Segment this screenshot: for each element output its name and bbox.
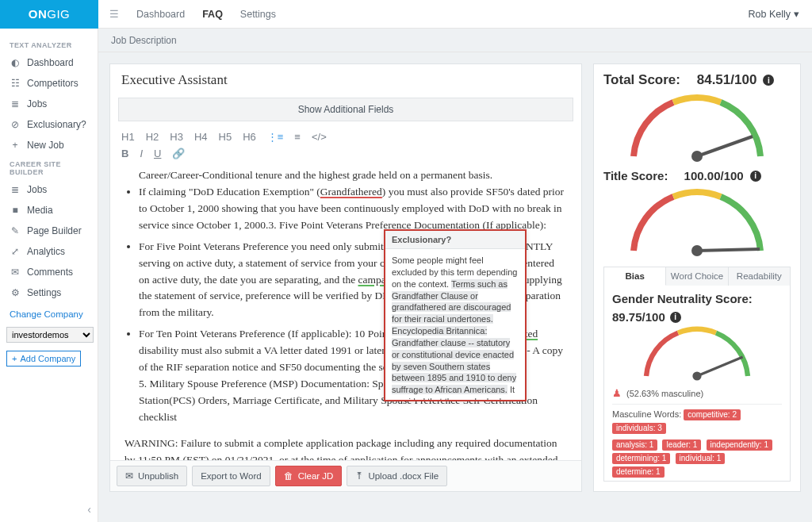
show-additional-fields-button[interactable]: Show Additional Fields — [118, 98, 573, 121]
upload-icon: ⤒ — [355, 470, 363, 482]
add-company-button[interactable]: +Add Company — [6, 351, 81, 367]
sidebar-collapse[interactable]: ‹ — [87, 503, 91, 516]
sidebar-item-exclusionary[interactable]: ⊘Exclusionary? — [0, 114, 98, 135]
sidebar-item-dashboard[interactable]: ◐Dashboard — [0, 52, 98, 73]
svg-point-3 — [691, 245, 703, 256]
people-icon: ☷ — [10, 78, 21, 89]
underline-icon[interactable]: U — [154, 148, 161, 159]
word-pill[interactable]: independently: 1 — [707, 439, 772, 451]
flagged-word-grandfathered[interactable]: Grandfathered — [320, 186, 382, 198]
heading-h3[interactable]: H3 — [170, 131, 183, 143]
brand-logo: ONGIG — [0, 0, 98, 29]
title-score-gauge — [618, 187, 776, 259]
bold-icon[interactable]: B — [121, 148, 128, 159]
sidebar-toggle[interactable]: ☰ — [98, 8, 130, 20]
info-icon[interactable]: i — [763, 75, 774, 86]
upload-docx-button[interactable]: ⤒Upload .docx File — [347, 466, 447, 486]
pencil-icon: ✎ — [10, 225, 21, 236]
dashboard-icon: ◐ — [10, 57, 21, 68]
word-pill[interactable]: determining: 1 — [612, 453, 670, 464]
plus-icon: + — [10, 140, 21, 151]
popover-body: Some people might feel excluded by this … — [385, 249, 525, 400]
exclusionary-popover: Exclusionary? Some people might feel exc… — [384, 229, 527, 401]
svg-line-4 — [697, 357, 743, 376]
svg-point-1 — [691, 151, 703, 162]
sidebar-item-page-builder[interactable]: ✎Page Builder — [0, 221, 98, 241]
sidebar-item-cs-jobs[interactable]: ≣Jobs — [0, 179, 98, 200]
clear-jd-button[interactable]: 🗑Clear JD — [275, 466, 343, 486]
info-icon[interactable]: i — [670, 312, 681, 323]
comments-icon: ✉ — [10, 267, 21, 278]
breadcrumb: Job Description — [98, 29, 812, 52]
heading-h2[interactable]: H2 — [146, 131, 159, 143]
job-title: Executive Assistant — [121, 72, 570, 88]
word-pill[interactable]: analysis: 1 — [612, 439, 657, 451]
italic-icon[interactable]: I — [140, 148, 143, 159]
gender-gauge — [634, 325, 760, 382]
svg-line-2 — [697, 249, 760, 251]
unpublish-button[interactable]: ✉Unpublish — [117, 466, 187, 486]
heading-h4[interactable]: H4 — [194, 131, 208, 143]
mail-icon: ✉ — [125, 470, 133, 482]
title-score-title: Title Score: 100.00/100 i — [603, 169, 791, 182]
chevron-down-icon: ▾ — [794, 8, 799, 20]
word-pill[interactable]: competitive: 2 — [684, 409, 741, 420]
sidebar-item-competitors[interactable]: ☷Competitors — [0, 73, 98, 94]
score-panel: Total Score: 84.51/100 i Title Score: 10… — [593, 63, 801, 492]
sidebar-section-text-analyzer: TEXT ANALYZER — [0, 36, 98, 52]
tab-readability[interactable]: Readability — [729, 267, 790, 286]
sidebar-item-media[interactable]: ■Media — [0, 200, 98, 221]
popover-title: Exclusionary? — [385, 231, 525, 249]
heading-h6[interactable]: H6 — [243, 131, 256, 143]
masculine-pct: ♟ (52.63% masculine) — [612, 387, 782, 399]
analytics-icon: ⤢ — [10, 246, 21, 257]
total-score-title: Total Score: 84.51/100 i — [603, 72, 791, 88]
word-pill[interactable]: individual: 1 — [676, 453, 726, 464]
list-icon: ≣ — [10, 184, 21, 195]
tab-dashboard[interactable]: Dashboard — [136, 9, 185, 20]
info-icon[interactable]: i — [750, 171, 761, 182]
bullet-list-icon[interactable]: ⋮≡ — [267, 131, 284, 143]
masculine-words-block: Masculine Words: competitive: 2 individu… — [612, 404, 782, 482]
score-tabs: Bias Word Choice Readability — [603, 267, 791, 286]
link-icon[interactable]: 🔗 — [172, 148, 185, 159]
heading-h5[interactable]: H5 — [219, 131, 232, 143]
sidebar-section-career-site: CAREER SITE BUILDER — [0, 155, 98, 179]
svg-point-5 — [692, 371, 701, 380]
editor-text: WARNING: Failure to submit a complete ap… — [124, 436, 567, 460]
tab-settings[interactable]: Settings — [240, 9, 276, 20]
sidebar-item-jobs[interactable]: ≣Jobs — [0, 94, 98, 114]
plus-icon: + — [12, 354, 17, 363]
user-menu[interactable]: Rob Kelly▾ — [736, 8, 813, 20]
editor-toolbar: H1 H2 H3 H4 H5 H6 ⋮≡ ≡ </> — [110, 128, 581, 148]
top-nav: Dashboard FAQ Settings — [136, 9, 276, 20]
svg-line-0 — [697, 136, 753, 156]
list-icon: ≣ — [10, 98, 21, 109]
sidebar-item-analytics[interactable]: ⤢Analytics — [0, 241, 98, 262]
word-pill[interactable]: leader: 1 — [662, 439, 701, 451]
change-company-link[interactable]: Change Company — [0, 303, 98, 325]
tab-faq[interactable]: FAQ — [202, 9, 223, 20]
heading-h1[interactable]: H1 — [121, 131, 135, 143]
gear-icon: ⚙ — [10, 287, 21, 298]
person-icon: ♟ — [612, 387, 622, 399]
editor-text: Career/Career-Conditional tenure and the… — [139, 167, 567, 184]
company-select[interactable]: investordemos — [6, 327, 94, 343]
tab-word-choice[interactable]: Word Choice — [666, 267, 728, 286]
word-pill[interactable]: determine: 1 — [612, 466, 665, 478]
export-word-button[interactable]: Export to Word — [192, 466, 270, 486]
exclusionary-icon: ⊘ — [10, 119, 21, 130]
gender-neutrality-title: Gender Neutrality Score: 89.75/100 i — [612, 292, 782, 324]
numbered-list-icon[interactable]: ≡ — [294, 131, 301, 143]
code-icon[interactable]: </> — [312, 131, 327, 143]
tab-bias[interactable]: Bias — [604, 267, 666, 286]
sidebar-item-comments[interactable]: ✉Comments — [0, 262, 98, 282]
media-icon: ■ — [10, 205, 21, 216]
trash-icon: 🗑 — [284, 471, 293, 481]
word-pill[interactable]: individuals: 3 — [612, 423, 666, 434]
list-item: If claiming "DoD Education Exemption" (G… — [139, 184, 567, 234]
total-score-gauge — [618, 93, 776, 164]
sidebar: TEXT ANALYZER ◐Dashboard ☷Competitors ≣J… — [0, 29, 98, 522]
sidebar-item-settings[interactable]: ⚙Settings — [0, 282, 98, 303]
sidebar-item-new-job[interactable]: +New Job — [0, 135, 98, 155]
